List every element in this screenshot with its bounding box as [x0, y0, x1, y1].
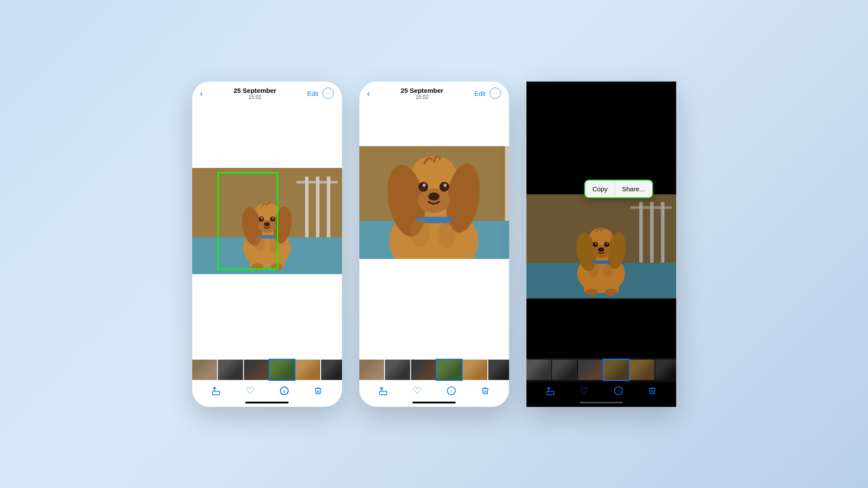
heart-button-2[interactable]: ♡ — [413, 385, 421, 396]
info-button[interactable]: i — [279, 386, 289, 396]
svg-point-73 — [595, 242, 597, 244]
phone-3: Copy Share... — [526, 82, 676, 407]
share-menu-item[interactable]: Share... — [615, 181, 652, 197]
heart-button-3[interactable]: ♡ — [580, 385, 589, 396]
svg-point-81 — [589, 261, 599, 277]
svg-point-16 — [264, 222, 270, 226]
white-space-bottom-2 — [359, 259, 509, 358]
thumbnail-strip-2 — [359, 358, 509, 382]
thumbnail-strip — [192, 358, 342, 382]
thumbnail-3-5[interactable] — [630, 360, 655, 380]
back-button-2[interactable]: ‹ — [367, 88, 370, 98]
svg-rect-3 — [305, 177, 309, 237]
thumbnail-3-6[interactable] — [655, 360, 676, 380]
svg-point-53 — [410, 218, 430, 247]
time-label: 15:02 — [233, 94, 276, 100]
thumbnail-3-2[interactable] — [552, 360, 577, 380]
share-button-2[interactable] — [378, 386, 388, 396]
svg-point-23 — [269, 238, 279, 252]
thumbnail-4-selected[interactable] — [270, 360, 295, 380]
svg-text:i: i — [450, 389, 451, 393]
svg-point-14 — [261, 217, 263, 219]
back-button[interactable]: ‹ — [200, 88, 203, 98]
svg-point-75 — [598, 247, 604, 252]
svg-point-54 — [437, 222, 455, 248]
svg-point-20 — [251, 263, 263, 270]
thumbnail-2-5[interactable] — [463, 360, 488, 380]
svg-text:i: i — [618, 389, 618, 393]
svg-point-44 — [439, 182, 449, 191]
thumbnail-6[interactable] — [321, 360, 342, 380]
svg-point-72 — [604, 242, 609, 247]
more-button[interactable]: ··· — [322, 88, 334, 99]
thumbnail-3[interactable] — [244, 360, 269, 380]
back-arrow-icon-2: ‹ — [367, 88, 370, 98]
time-label-2: 15:02 — [401, 94, 443, 100]
svg-rect-64 — [661, 202, 664, 262]
svg-rect-5 — [327, 177, 330, 237]
thumbnail-3-3[interactable] — [578, 360, 603, 380]
trash-button[interactable] — [314, 386, 322, 396]
header-center: 25 September 15:02 — [233, 87, 276, 100]
share-button[interactable] — [211, 386, 221, 396]
trash-button-3[interactable] — [648, 386, 657, 396]
copy-menu-item[interactable]: Copy — [585, 181, 615, 197]
phone-1-header: ‹ 25 September 15:02 Edit ··· — [192, 82, 342, 103]
home-indicator-2 — [412, 402, 456, 403]
svg-rect-84 — [547, 391, 554, 394]
photo-container-2[interactable] — [359, 146, 509, 259]
home-indicator-3 — [579, 402, 623, 403]
thumbnail-3-4-selected[interactable] — [604, 360, 629, 380]
white-space-top-2 — [359, 103, 509, 146]
photo-container-3[interactable] — [526, 194, 676, 298]
svg-point-47 — [428, 192, 439, 200]
svg-point-80 — [605, 288, 617, 295]
header-right: Edit ··· — [307, 88, 334, 99]
share-button-3[interactable] — [546, 386, 555, 396]
thumbnail-strip-3 — [526, 358, 676, 382]
edit-button[interactable]: Edit — [307, 90, 319, 97]
bottom-toolbar-2: ♡ i — [359, 382, 509, 400]
thumbnail-5[interactable] — [296, 360, 321, 380]
thumbnail-2-2[interactable] — [385, 360, 410, 380]
svg-rect-4 — [316, 177, 319, 237]
context-menu[interactable]: Copy Share... — [585, 180, 652, 197]
svg-rect-65 — [631, 206, 672, 209]
header-center-2: 25 September 15:02 — [401, 87, 443, 100]
svg-point-15 — [272, 217, 274, 219]
info-button-3[interactable]: i — [614, 386, 623, 396]
edit-button-2[interactable]: Edit — [474, 90, 486, 97]
svg-text:i: i — [283, 389, 284, 393]
thumbnail-2-6[interactable] — [488, 360, 509, 380]
back-arrow-icon: ‹ — [200, 88, 203, 98]
svg-point-82 — [603, 263, 613, 277]
svg-rect-34 — [505, 146, 509, 221]
white-space-bottom — [192, 274, 342, 358]
thumbnail-2-1[interactable] — [359, 360, 385, 380]
date-label-2: 25 September — [401, 87, 443, 94]
phone-2-header: ‹ 25 September 15:02 Edit ··· — [359, 82, 509, 103]
photo-container[interactable] — [192, 168, 342, 274]
more-button-2[interactable]: ··· — [490, 88, 501, 99]
thumbnail-2-3[interactable] — [411, 360, 436, 380]
info-button-2[interactable]: i — [447, 386, 456, 396]
svg-rect-63 — [650, 202, 654, 262]
thumbnail-1[interactable] — [192, 360, 217, 380]
dog-photo-svg-3 — [526, 194, 676, 298]
svg-point-43 — [418, 182, 428, 191]
svg-rect-6 — [296, 181, 338, 183]
white-space-top — [192, 103, 342, 168]
header-right-2: Edit ··· — [474, 88, 501, 99]
svg-point-21 — [271, 263, 283, 270]
svg-point-45 — [422, 183, 425, 187]
trash-button-2[interactable] — [481, 386, 490, 396]
thumbnail-2[interactable] — [218, 360, 243, 380]
thumbnail-2-4-selected[interactable] — [437, 360, 462, 380]
svg-point-74 — [606, 242, 608, 244]
heart-button[interactable]: ♡ — [246, 385, 254, 396]
svg-rect-62 — [639, 202, 643, 262]
phone-2: ‹ 25 September 15:02 Edit ··· — [359, 82, 509, 407]
thumbnail-3-1[interactable] — [526, 360, 552, 380]
home-indicator — [245, 402, 289, 403]
bottom-toolbar-3: ♡ i — [526, 382, 676, 400]
